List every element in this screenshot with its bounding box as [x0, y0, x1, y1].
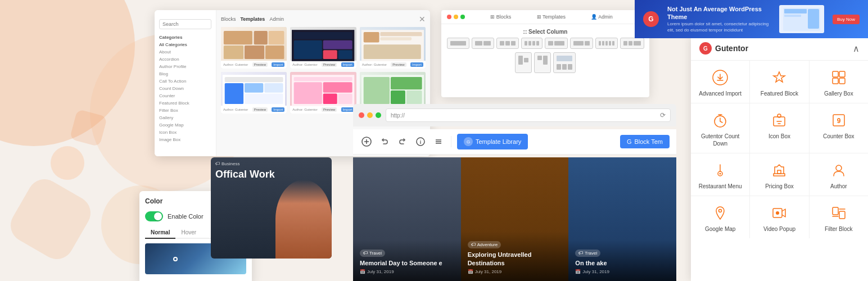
template-thumb-1[interactable]: Author: Gutentor Preview Import — [221, 27, 287, 69]
svg-rect-45 — [406, 90, 422, 104]
col-opt-r2-3[interactable] — [553, 52, 576, 73]
col-opt-r2-1[interactable] — [515, 52, 532, 73]
col-opt-r2-2[interactable] — [534, 52, 551, 73]
col-option-3[interactable] — [496, 38, 519, 49]
cat-call-to-action[interactable]: Call To Action — [155, 78, 216, 85]
info-icon[interactable]: i — [414, 135, 427, 148]
template-search-input[interactable] — [159, 19, 211, 29]
thumb-preview-2[interactable]: Preview — [322, 62, 337, 67]
counter-box-icon: 9 — [830, 111, 848, 129]
maximize-dot[interactable] — [460, 15, 465, 19]
plugin-advanced-import[interactable]: Advanced Import — [691, 61, 749, 103]
thumb-import-5[interactable]: Import — [341, 107, 354, 112]
browser-refresh-icon[interactable]: ⟳ — [660, 111, 666, 119]
plugin-count-down[interactable]: Gutentor Count Down — [691, 103, 749, 153]
cat-count-down[interactable]: Count Down — [155, 85, 216, 92]
blog-card-3[interactable]: 🏷 Travel On the ake 📅 July 31, 2019 — [568, 157, 676, 281]
plugin-filter-block[interactable]: Filter Block — [810, 196, 868, 238]
tab-templates[interactable]: Templates — [241, 16, 265, 22]
thumb-import-1[interactable]: Import — [272, 62, 284, 67]
tab-blocks[interactable]: Blocks — [221, 16, 236, 22]
browser-close-dot[interactable] — [359, 112, 364, 118]
plugin-counter-box[interactable]: 9 Counter Box — [810, 103, 868, 153]
color-tab-hover[interactable]: Hover — [175, 227, 202, 239]
minimize-dot[interactable] — [454, 15, 458, 19]
thumb-import-4[interactable]: Import — [272, 107, 284, 112]
enable-color-toggle[interactable] — [145, 211, 163, 221]
browser-url-bar[interactable]: http:// ⟳ — [386, 108, 671, 122]
col-option-mixed[interactable] — [620, 38, 644, 49]
buy-now-button[interactable]: Buy Now — [833, 15, 860, 24]
tag-icon-1: 🏷 — [363, 251, 368, 256]
plugin-gallery-box[interactable]: Gallery Box — [810, 61, 868, 103]
thumb-preview-3[interactable]: Preview — [391, 62, 406, 67]
cat-blog[interactable]: Blog — [155, 70, 216, 78]
svg-rect-16 — [245, 46, 264, 59]
browser-bar: http:// ⟳ — [353, 104, 676, 126]
browser-maximize-dot[interactable] — [376, 112, 381, 118]
plugin-restaurant-menu[interactable]: Restaurant Menu — [691, 153, 749, 196]
plugin-featured-block[interactable]: Featured Block — [750, 61, 808, 103]
cat-author-profile[interactable]: Author Profile — [155, 63, 216, 70]
banner-gutentor-logo: G — [643, 11, 659, 27]
cat-accordion[interactable]: Accordion — [155, 56, 216, 63]
list-icon[interactable] — [432, 135, 445, 148]
col-option-2[interactable] — [472, 38, 494, 49]
template-lib-btn-icon: G — [464, 137, 473, 146]
cat-gallery[interactable]: Gallery — [155, 114, 216, 121]
close-dot[interactable] — [447, 15, 451, 19]
plugin-video-popup[interactable]: Video Popup — [750, 196, 808, 238]
thumb-preview-1[interactable]: Preview — [252, 62, 268, 67]
cat-google-map[interactable]: Google Map — [155, 121, 216, 129]
cat-icon-box[interactable]: Icon Box — [155, 129, 216, 136]
cat-all[interactable]: All Categories — [155, 41, 216, 48]
col-option-5[interactable] — [595, 38, 618, 49]
thumb-import-3[interactable]: Import — [410, 62, 423, 67]
card-1-date-text: July 31, 2019 — [367, 269, 394, 274]
business-tag: 🏷 Business — [211, 158, 244, 167]
block-templates-button[interactable]: G Block Tem — [620, 135, 670, 148]
col-option-4[interactable] — [521, 38, 542, 49]
browser-minimize-dot[interactable] — [367, 112, 373, 118]
cat-about[interactable]: About — [155, 48, 216, 56]
template-thumb-3[interactable]: Author: Gutentor Preview Import — [360, 27, 426, 69]
plugin-pricing-box[interactable]: Pricing Box — [750, 153, 808, 196]
thumb-preview-5[interactable]: Preview — [322, 107, 337, 112]
svg-rect-20 — [294, 40, 322, 59]
add-icon[interactable] — [360, 135, 373, 148]
undo-icon[interactable] — [378, 135, 391, 148]
col-option-2-3-plus-1-3[interactable] — [570, 38, 593, 49]
featured-block-icon — [770, 69, 788, 87]
gutentor-logo-icon: G — [699, 42, 712, 55]
thumb-img-5 — [290, 72, 356, 106]
plugin-google-map[interactable]: Google Map — [691, 196, 749, 238]
thumb-import-2[interactable]: Import — [341, 62, 354, 67]
gutentor-close-icon[interactable]: ∧ — [853, 43, 860, 54]
tab-admin[interactable]: Admin — [269, 16, 284, 22]
thumb-img-1 — [221, 27, 287, 61]
template-library-button[interactable]: G Template Library — [457, 134, 528, 149]
col-option-1-3-plus-2-3[interactable] — [545, 38, 568, 49]
cat-featured-block[interactable]: Featured Block — [155, 99, 216, 107]
template-thumb-2[interactable]: Author: Gutentor Preview Import — [290, 27, 356, 69]
template-thumb-5[interactable]: Author: Gutentor Preview Import — [290, 72, 356, 114]
col-option-1[interactable] — [447, 38, 469, 49]
thumb-author-1: Author: Gutentor — [223, 63, 248, 66]
blog-card-2[interactable]: 🏷 Adventure Exploring Untravelled Destin… — [461, 157, 569, 281]
cat-counter[interactable]: Counter — [155, 92, 216, 99]
redo-icon[interactable] — [396, 135, 409, 148]
template-thumb-4[interactable]: Author: Gutentor Preview Import — [221, 72, 287, 114]
banner-screenshot — [779, 5, 824, 33]
plugin-icon-box[interactable]: Icon Box — [750, 103, 808, 153]
color-tab-normal[interactable]: Normal — [145, 227, 175, 239]
thumb-img-6 — [360, 72, 426, 106]
template-close-icon[interactable]: ✕ — [419, 15, 426, 24]
svg-rect-21 — [323, 40, 352, 49]
gallery-box-label: Gallery Box — [824, 90, 853, 97]
thumb-preview-4[interactable]: Preview — [252, 107, 268, 112]
cat-image-box[interactable]: Image Box — [155, 136, 216, 143]
blog-card-1[interactable]: 🏷 Travel Memorial Day to Someone e 📅 Jul… — [353, 157, 461, 281]
plugin-author[interactable]: Author — [810, 153, 868, 196]
cat-filter-box[interactable]: Filter Box — [155, 107, 216, 114]
svg-text:i: i — [420, 139, 422, 145]
